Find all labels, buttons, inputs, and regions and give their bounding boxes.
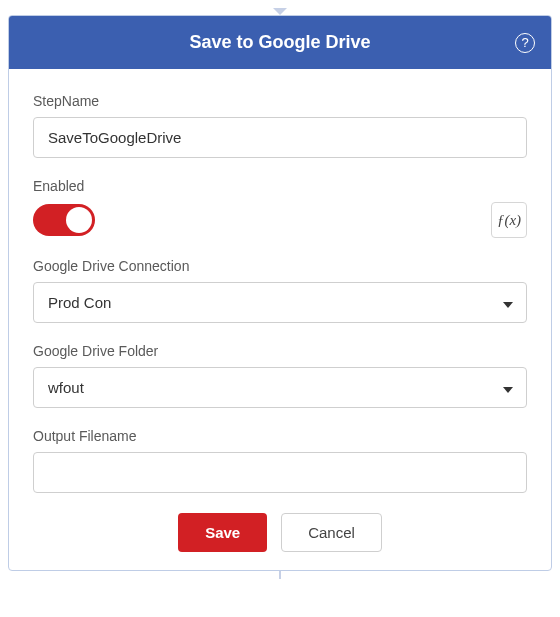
folder-select-wrapper: wfout <box>33 367 527 408</box>
step-name-label: StepName <box>33 93 527 109</box>
card-body: StepName Enabled ƒ(x) Google Drive Conne… <box>9 69 551 570</box>
enabled-toggle[interactable] <box>33 204 95 236</box>
fx-button[interactable]: ƒ(x) <box>491 202 527 238</box>
step-name-input[interactable] <box>33 117 527 158</box>
output-filename-label: Output Filename <box>33 428 527 444</box>
save-button[interactable]: Save <box>178 513 267 552</box>
field-enabled: Enabled ƒ(x) <box>33 178 527 238</box>
output-filename-input[interactable] <box>33 452 527 493</box>
folder-select[interactable]: wfout <box>33 367 527 408</box>
connector-arrow-down-icon <box>273 8 287 15</box>
connection-select[interactable]: Prod Con <box>33 282 527 323</box>
field-output-filename: Output Filename <box>33 428 527 493</box>
connector-line-bottom <box>279 571 281 579</box>
help-icon[interactable]: ? <box>515 33 535 53</box>
card-header: Save to Google Drive ? <box>9 16 551 69</box>
button-row: Save Cancel <box>33 513 527 552</box>
step-card: Save to Google Drive ? StepName Enabled … <box>8 15 552 571</box>
enabled-row: ƒ(x) <box>33 202 527 238</box>
field-step-name: StepName <box>33 93 527 158</box>
card-title: Save to Google Drive <box>189 32 370 53</box>
toggle-knob <box>66 207 92 233</box>
connection-select-wrapper: Prod Con <box>33 282 527 323</box>
field-folder: Google Drive Folder wfout <box>33 343 527 408</box>
connection-label: Google Drive Connection <box>33 258 527 274</box>
cancel-button[interactable]: Cancel <box>281 513 382 552</box>
field-connection: Google Drive Connection Prod Con <box>33 258 527 323</box>
folder-label: Google Drive Folder <box>33 343 527 359</box>
enabled-label: Enabled <box>33 178 527 194</box>
